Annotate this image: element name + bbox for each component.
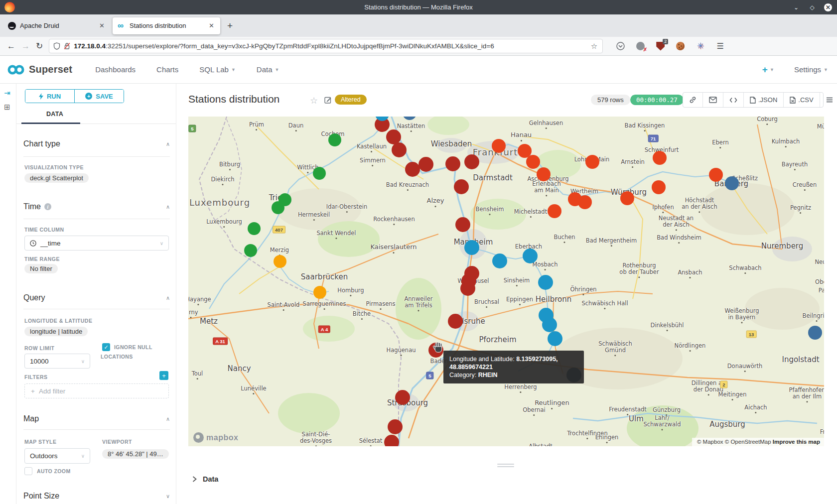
- favorite-star-icon[interactable]: ☆: [310, 95, 318, 106]
- container-avatar-icon[interactable]: [676, 41, 685, 51]
- station-point[interactable]: [248, 222, 261, 235]
- mapbox-logo[interactable]: mapbox: [193, 432, 238, 443]
- station-point[interactable]: [523, 249, 538, 263]
- station-point[interactable]: [542, 317, 557, 332]
- station-point[interactable]: [492, 139, 506, 153]
- tab-close-icon[interactable]: ✕: [97, 21, 107, 30]
- reload-button[interactable]: ↻: [36, 41, 43, 51]
- tab-close-icon[interactable]: ✕: [207, 21, 216, 30]
- url-bar[interactable]: 172.18.0.4:32251/superset/explore/?form_…: [49, 39, 603, 53]
- station-point[interactable]: [418, 157, 433, 172]
- section-query[interactable]: Query∧: [23, 292, 170, 303]
- export-json-button[interactable]: .JSON: [744, 93, 784, 107]
- section-map[interactable]: Map∧: [23, 413, 170, 424]
- improve-map-link[interactable]: Improve this map: [773, 439, 820, 445]
- pocket-icon[interactable]: [616, 41, 625, 51]
- tab-data[interactable]: DATA: [34, 111, 75, 118]
- tab-stations-distribution[interactable]: ∞ Stations distribution ✕: [113, 17, 220, 34]
- section-point-size[interactable]: Point Size∨: [23, 491, 170, 502]
- station-point[interactable]: [274, 255, 286, 268]
- add-filter-box[interactable]: +Add filter: [24, 383, 169, 398]
- add-new-button[interactable]: +▼: [762, 64, 774, 75]
- chart-menu-button[interactable]: [820, 93, 837, 107]
- map-style-select[interactable]: Outdoors∨: [24, 448, 90, 464]
- station-point[interactable]: [492, 253, 507, 268]
- section-time[interactable]: Timei ∧: [23, 201, 170, 212]
- station-point[interactable]: [445, 156, 460, 171]
- station-point[interactable]: [709, 168, 723, 182]
- url-text: 172.18.0.4:32251/superset/explore/?form_…: [74, 42, 590, 50]
- tab-apache-druid[interactable]: Apache Druid ✕: [3, 17, 111, 34]
- nav-charts[interactable]: Charts: [156, 65, 178, 74]
- export-csv-button[interactable]: .CSV: [784, 93, 820, 107]
- proxy-mask-icon[interactable]: ✗: [636, 41, 645, 51]
- nav-dashboards[interactable]: Dashboards: [95, 65, 136, 74]
- station-point[interactable]: [526, 155, 540, 169]
- map-canvas[interactable]: mapbox © Mapbox © OpenStreetMap Improve …: [188, 117, 824, 446]
- station-point[interactable]: [464, 240, 479, 255]
- station-point[interactable]: [808, 326, 822, 340]
- station-point[interactable]: [652, 180, 666, 194]
- minimize-icon[interactable]: ⌄: [792, 3, 800, 11]
- station-point[interactable]: [395, 390, 410, 405]
- settings-menu[interactable]: Settings▼: [794, 65, 828, 74]
- bookmark-star-icon[interactable]: ☆: [590, 42, 598, 51]
- station-point[interactable]: [455, 217, 470, 232]
- viz-type-value[interactable]: deck.gl Scatterplot: [24, 173, 89, 183]
- time-column-select[interactable]: __time ∨: [24, 236, 169, 251]
- extension-icon[interactable]: ✳: [696, 41, 705, 51]
- station-point[interactable]: [392, 142, 407, 157]
- email-button[interactable]: [703, 93, 723, 107]
- station-point[interactable]: [313, 286, 326, 299]
- section-chart-type[interactable]: Chart type∧: [23, 138, 170, 149]
- new-tab-button[interactable]: +: [222, 20, 238, 31]
- station-point[interactable]: [464, 154, 479, 169]
- run-button[interactable]: RUN: [25, 90, 75, 103]
- station-point[interactable]: [244, 244, 257, 257]
- nav-data[interactable]: Data▼: [257, 65, 279, 74]
- station-point[interactable]: [384, 435, 399, 446]
- station-point[interactable]: [313, 167, 326, 180]
- time-range-value[interactable]: No filter: [24, 264, 58, 273]
- station-point[interactable]: [460, 281, 475, 296]
- embed-code-button[interactable]: [723, 93, 744, 107]
- tracking-shield-icon[interactable]: [53, 42, 60, 50]
- station-point[interactable]: [405, 162, 420, 177]
- station-point[interactable]: [653, 151, 667, 165]
- expand-datasource-icon[interactable]: ⇥: [4, 89, 10, 98]
- ignore-null-checkbox[interactable]: ✓: [102, 343, 110, 351]
- row-limit-select[interactable]: 10000∨: [24, 354, 90, 369]
- add-filter-plus-button[interactable]: +: [159, 371, 168, 380]
- edit-properties-icon[interactable]: [324, 96, 332, 106]
- station-point[interactable]: [454, 179, 469, 194]
- road-shield: 5: [426, 372, 433, 379]
- data-panel-toggle[interactable]: Data: [192, 475, 218, 483]
- station-point[interactable]: [272, 201, 284, 214]
- copy-link-button[interactable]: [683, 93, 703, 107]
- station-point[interactable]: [548, 331, 562, 346]
- ublock-icon[interactable]: 2: [656, 41, 665, 51]
- nav-sql-lab[interactable]: SQL Lab▼: [199, 65, 236, 74]
- dataset-grid-icon[interactable]: ⊞: [4, 103, 10, 112]
- station-point[interactable]: [388, 419, 403, 434]
- close-icon[interactable]: ✕: [824, 3, 832, 11]
- viewport-value[interactable]: 8° 46' 45.28" | 49…: [102, 449, 169, 459]
- station-point[interactable]: [448, 314, 463, 329]
- resize-handle[interactable]: [497, 464, 514, 469]
- station-point[interactable]: [725, 176, 739, 190]
- auto-zoom-checkbox[interactable]: [24, 467, 32, 475]
- station-point[interactable]: [328, 133, 341, 146]
- save-button[interactable]: + SAVE: [75, 90, 124, 103]
- station-point[interactable]: [585, 155, 599, 169]
- menu-icon[interactable]: ☰: [715, 41, 725, 51]
- station-point[interactable]: [548, 204, 561, 218]
- superset-logo[interactable]: Superset: [0, 64, 72, 75]
- maximize-icon[interactable]: ◇: [808, 3, 816, 11]
- station-point[interactable]: [578, 195, 592, 209]
- station-point[interactable]: [620, 191, 634, 205]
- lonlat-value[interactable]: longitude | latitude: [24, 327, 88, 336]
- back-button[interactable]: ←: [7, 41, 15, 51]
- station-point[interactable]: [537, 167, 551, 181]
- station-point[interactable]: [538, 275, 553, 290]
- insecure-lock-icon[interactable]: [64, 42, 70, 50]
